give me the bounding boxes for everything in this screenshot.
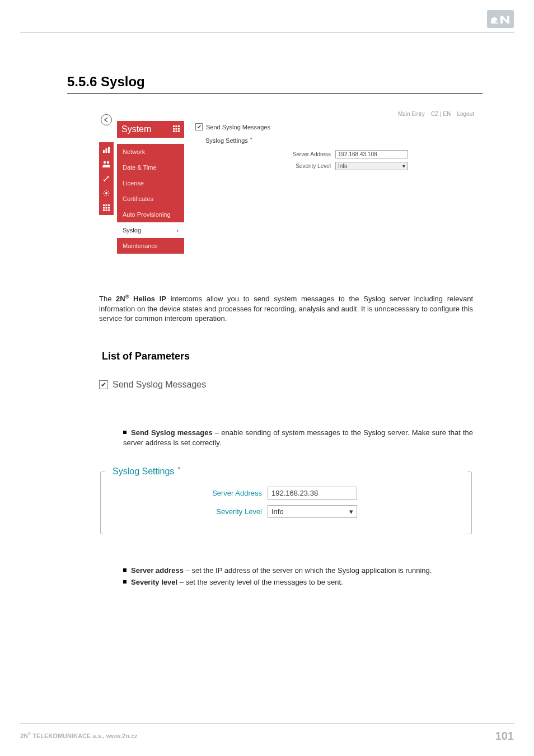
chevron-down-icon: ▾ — [402, 163, 405, 169]
sidebar-tile-2[interactable] — [99, 157, 114, 171]
svg-rect-23 — [106, 209, 107, 211]
brand-logo-2n — [487, 10, 514, 28]
sidebar-tile-5[interactable] — [99, 200, 114, 215]
svg-point-15 — [105, 192, 107, 194]
checkbox-screenshot: ✔ Send Syslog Messages — [99, 380, 473, 390]
param-rest: – set the IP address of the server on wh… — [184, 566, 432, 575]
sidebar-tile-4[interactable] — [99, 186, 114, 200]
svg-rect-3 — [178, 125, 180, 127]
menu-item-syslog-label: Syslog — [123, 227, 141, 234]
menu-item-certificates[interactable]: Certificates — [117, 191, 184, 207]
footer-divider — [20, 723, 514, 724]
svg-rect-10 — [103, 150, 105, 153]
intro-paragraph: The 2N® Helios IP intercoms allow you to… — [99, 293, 473, 324]
send-syslog-label: Send Syslog Messages — [206, 124, 270, 130]
param-rest: – set the severity level of the messages… — [177, 578, 343, 586]
param-desc-send-syslog: Send Syslog messages – enable sending of… — [123, 428, 473, 447]
svg-rect-7 — [173, 130, 175, 132]
page-number: 101 — [495, 730, 514, 743]
svg-rect-18 — [108, 204, 110, 206]
fieldset-bracket-right — [467, 472, 472, 534]
server-address-input-2[interactable]: 192.168.23.38 — [268, 487, 357, 500]
svg-point-14 — [107, 161, 109, 164]
severity-level-select-2[interactable]: Info ▾ — [268, 505, 357, 518]
footer-left: 2N® TELEKOMUNIKACE a.s., www.2n.cz — [20, 732, 138, 739]
param-desc-severity-level: Severity level – set the severity level … — [123, 577, 473, 588]
svg-rect-22 — [103, 209, 105, 211]
severity-level-label-2: Severity Level — [100, 507, 268, 516]
svg-rect-21 — [108, 207, 110, 209]
lang-switch[interactable]: CZ | EN — [431, 111, 451, 117]
svg-rect-24 — [108, 209, 110, 211]
main-entry-link[interactable]: Main Entry — [398, 111, 425, 117]
chevron-right-icon: › — [176, 227, 179, 234]
param-name: Severity level — [131, 578, 177, 586]
footer-company: TELEKOMUNIKACE a.s., www.2n.cz — [31, 732, 137, 739]
param-desc-group: Server address – set the IP address of t… — [123, 566, 473, 589]
header-divider — [20, 32, 514, 33]
svg-rect-8 — [176, 130, 177, 132]
svg-rect-12 — [108, 147, 110, 153]
menu-item-date-time[interactable]: Date & Time — [117, 160, 184, 175]
svg-rect-6 — [178, 128, 180, 130]
svg-rect-19 — [103, 207, 105, 209]
section-title-label: System — [121, 124, 151, 134]
svg-rect-1 — [173, 125, 175, 127]
svg-rect-5 — [176, 128, 177, 130]
menu-item-license[interactable]: License — [117, 175, 184, 191]
svg-rect-2 — [176, 125, 177, 127]
severity-level-select[interactable]: Info ▾ — [335, 162, 408, 170]
svg-rect-17 — [106, 204, 107, 206]
back-button[interactable] — [101, 114, 112, 125]
para-brand: 2N — [116, 295, 125, 303]
para-pre: The — [99, 295, 116, 303]
grid-icon[interactable] — [173, 124, 180, 134]
severity-level-value-2: Info — [271, 507, 284, 516]
param-name: Server address — [131, 566, 184, 575]
chevron-down-icon: ▾ — [349, 507, 353, 516]
server-address-label: Server Address — [195, 151, 335, 157]
menu-item-auto-provisioning[interactable]: Auto Provisioning — [117, 207, 184, 222]
send-syslog-checkbox[interactable]: ✔ — [195, 123, 203, 130]
bullet-icon — [123, 431, 127, 434]
syslog-settings-legend[interactable]: Syslog Settings ˅ — [110, 466, 184, 477]
menu-item-network[interactable]: Network — [117, 144, 184, 160]
config-ui-screenshot-1: Main Entry CZ | EN Logout System Network… — [99, 106, 480, 274]
sidebar-tile-1[interactable] — [99, 142, 114, 157]
footer-brand: 2N — [20, 732, 28, 739]
page-title: 5.5.6 Syslog — [67, 74, 483, 94]
send-syslog-label-2: Send Syslog Messages — [113, 380, 206, 390]
system-menu: Network Date & Time License Certificates… — [117, 144, 184, 254]
bullet-icon — [123, 568, 127, 572]
svg-rect-11 — [106, 148, 107, 153]
svg-point-13 — [104, 161, 106, 164]
server-address-label-2: Server Address — [100, 489, 268, 497]
send-syslog-checkbox-2[interactable]: ✔ — [99, 380, 108, 389]
syslog-settings-screenshot: Syslog Settings ˅ Server Address 192.168… — [99, 472, 473, 533]
severity-level-label: Severity Level — [195, 163, 335, 169]
svg-rect-9 — [178, 130, 180, 132]
param-desc-server-address: Server address – set the IP address of t… — [123, 566, 473, 576]
svg-rect-4 — [173, 128, 175, 130]
syslog-settings-heading[interactable]: Syslog Settings ˅ — [205, 137, 480, 144]
section-title-system: System — [117, 121, 184, 138]
bullet-icon — [123, 580, 127, 584]
fieldset-bracket-left — [100, 472, 105, 534]
param-name: Send Syslog messages — [131, 428, 213, 437]
menu-item-syslog[interactable]: Syslog › — [117, 222, 184, 238]
topbar: Main Entry CZ | EN Logout — [398, 111, 474, 117]
severity-level-value: Info — [338, 163, 348, 169]
svg-rect-20 — [106, 207, 107, 209]
server-address-input[interactable]: 192.168.43.108 — [335, 150, 408, 158]
sidebar-tile-3[interactable] — [99, 171, 114, 186]
para-brand2: Helios IP — [129, 295, 166, 303]
subheading-list-of-parameters: List of Parameters — [102, 351, 190, 362]
logout-link[interactable]: Logout — [457, 111, 474, 117]
menu-item-maintenance[interactable]: Maintenance — [117, 238, 184, 254]
svg-rect-16 — [103, 204, 105, 206]
